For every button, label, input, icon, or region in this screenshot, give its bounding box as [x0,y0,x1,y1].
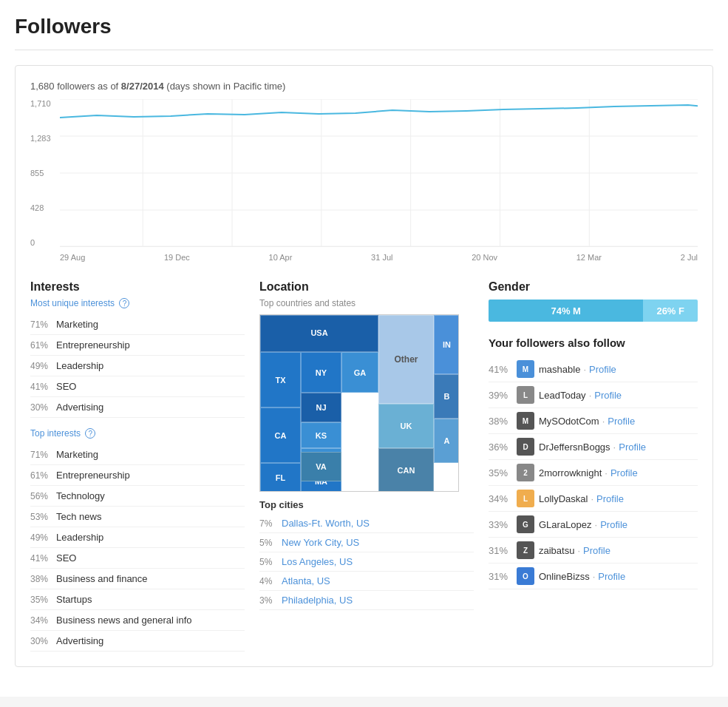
treemap-cell-va: VA [301,452,341,481]
treemap-cell-ga: GA [341,352,378,393]
gender-bar: 74% M 26% F [489,300,698,322]
list-item: 5% Los Angeles, US [259,552,474,572]
gender-male-bar: 74% M [489,300,643,322]
treemap-cell-nj: NJ [301,393,341,422]
interest-label: SEO [56,381,76,392]
profile-link[interactable]: Profile [596,493,624,504]
treemap-cell-fl: FL [260,463,301,492]
treemap-cell-b: B [434,374,459,419]
profile-link[interactable]: Profile [619,442,646,453]
profile-link[interactable]: Profile [583,545,610,556]
list-item: 30% Advertising [30,631,245,652]
list-item: 38% Business and finance [30,569,245,589]
avatar: L [517,386,534,404]
list-item: 61% Entrepreneurship [30,335,245,356]
list-item: 41% SEO [30,376,245,397]
list-item: 49% Leadership [30,356,245,376]
cities-list: 7% Dallas-Ft. Worth, US 5% New York City… [259,514,474,610]
x-label-1: 29 Aug [60,253,85,262]
y-label-4: 428 [30,203,51,212]
chart-wrapper: 1,710 1,283 855 428 0 [30,99,698,273]
list-item: 33% G GLaraLopez · Profile [489,512,698,538]
most-unique-label[interactable]: Most unique interests ? [30,298,245,308]
y-label-1: 1,710 [30,99,51,108]
profile-link[interactable]: Profile [589,364,616,375]
top-interests-help-icon[interactable]: ? [85,428,95,439]
x-label-7: 2 Jul [681,253,698,262]
interest-pct: 71% [30,319,56,330]
location-title: Location [259,280,474,294]
most-unique-help-icon[interactable]: ? [119,298,129,308]
list-item: 4% Atlanta, US [259,572,474,591]
interest-pct: 30% [30,402,56,413]
profile-link[interactable]: Profile [598,571,625,582]
list-item: 71% Marketing [30,314,245,335]
profile-link[interactable]: Profile [610,467,638,478]
list-item: 61% Entrepreneurship [30,465,245,486]
list-item: 30% Advertising [30,397,245,418]
also-follow-list: 41% M mashable · Profile 39% L LeadToday… [489,356,698,589]
sections-row: Interests Most unique interests ? 71% Ma… [30,280,698,652]
stats-container: 1,680 followers as of 8/27/2014 (days sh… [15,65,713,667]
x-label-2: 19 Dec [164,253,190,262]
page-container: Followers 1,680 followers as of 8/27/201… [0,0,728,697]
list-item: 34% Business news and general info [30,610,245,631]
top-cities-title: Top cities [259,499,474,510]
interest-pct: 61% [30,340,56,351]
treemap-cell-ks: KS [301,422,341,448]
interest-label: Entrepreneurship [56,339,130,351]
y-label-3: 855 [30,169,51,177]
x-label-4: 31 Jul [371,253,392,262]
x-label-6: 12 Mar [576,253,602,262]
avatar: M [517,360,534,378]
list-item: 38% M MySOdotCom · Profile [489,408,698,434]
treemap-cell-tx: TX [260,352,301,407]
top-interests-list: 71% Marketing 61% Entrepreneurship 56% T… [30,444,245,652]
avatar: D [517,438,534,456]
list-item: 35% Startups [30,589,245,610]
avatar: Z [517,541,534,559]
top-interests-container: Top interests ? 71% Marketing 61% Entrep… [30,428,245,652]
x-label-3: 10 Apr [269,253,293,262]
chart-y-labels: 1,710 1,283 855 428 0 [30,99,51,247]
most-unique-interests-list: 71% Marketing 61% Entrepreneurship 49% L… [30,314,245,418]
treemap-cell-uk: UK [378,404,434,448]
followers-summary: 1,680 followers as of 8/27/2014 (days sh… [30,81,698,92]
gender-followers-section: Gender 74% M 26% F Your followers also f… [489,280,698,652]
treemap-cell-can: CAN [378,448,434,492]
list-item: 7% Dallas-Ft. Worth, US [259,514,474,533]
interest-label: Advertising [56,402,103,413]
profile-link[interactable]: Profile [594,390,622,401]
treemap-cell-a: A [434,419,459,463]
interests-section: Interests Most unique interests ? 71% Ma… [30,280,245,652]
interest-label: Leadership [56,360,103,371]
y-label-2: 1,283 [30,134,51,143]
interests-title: Interests [30,280,245,294]
profile-link[interactable]: Profile [600,519,627,530]
list-item: 41% M mashable · Profile [489,356,698,382]
list-item: 34% L LollyDaskal · Profile [489,486,698,512]
interest-pct: 49% [30,361,56,371]
interest-pct: 41% [30,382,56,392]
list-item: 31% O OnlineBizss · Profile [489,564,698,589]
avatar: L [517,490,534,507]
list-item: 53% Tech news [30,507,245,527]
treemap-cell-in: IN [434,315,459,374]
top-interests-label[interactable]: Top interests ? [30,428,245,439]
list-item: 3% Philadelphia, US [259,591,474,610]
location-subtitle: Top countries and states [259,298,474,308]
list-item: 56% Technology [30,486,245,507]
list-item: 31% Z zaibatsu · Profile [489,538,698,564]
y-label-5: 0 [30,238,51,247]
page-title: Followers [15,15,713,50]
avatar: O [517,567,534,585]
avatar: G [517,515,534,533]
list-item: 39% L LeadToday · Profile [489,382,698,408]
profile-link[interactable]: Profile [608,416,635,427]
location-section: Location Top countries and states USA TX… [259,280,474,652]
interest-label: Marketing [56,319,98,330]
treemap-cell-ca: CA [260,407,301,463]
list-item: 5% New York City, US [259,533,474,552]
gender-female-bar: 26% F [643,300,698,322]
chart-x-labels: 29 Aug 19 Dec 10 Apr 31 Jul 20 Nov 12 Ma… [60,249,698,273]
